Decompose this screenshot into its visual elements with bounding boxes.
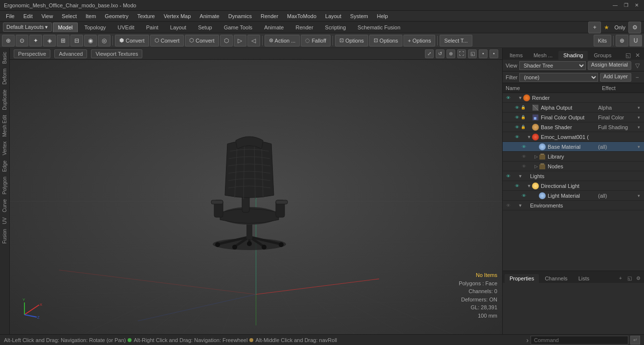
sidebar-item-deform[interactable]: Deform: [1, 67, 8, 87]
menu-geometry[interactable]: Geometry: [101, 12, 132, 20]
sidebar-item-vertex[interactable]: Vertex: [1, 139, 8, 157]
mode-icon-3[interactable]: ◁: [247, 35, 260, 46]
sidebar-item-duplicate[interactable]: Duplicate: [1, 88, 8, 112]
expand-lights[interactable]: ▼: [517, 173, 523, 180]
rpanel-icon-expand[interactable]: ◱: [623, 51, 632, 60]
tree-item-base-material[interactable]: 👁 Base Material (all) ▾: [503, 142, 644, 152]
eye-icon-base-shader[interactable]: 👁: [513, 124, 520, 131]
light-material-arrow[interactable]: ▾: [635, 192, 642, 199]
eye-icon-environments[interactable]: 👁: [505, 202, 511, 209]
filter-dropdown[interactable]: (none): [519, 73, 598, 82]
nav-icon-expand[interactable]: ⤢: [425, 49, 434, 58]
menu-select[interactable]: Select: [58, 12, 81, 20]
final-color-arrow[interactable]: ▾: [635, 114, 642, 121]
eye-icon-light-material[interactable]: 👁: [520, 192, 527, 199]
eye-icon-base-material[interactable]: 👁: [520, 143, 527, 150]
expand-emoc[interactable]: ▼: [526, 134, 532, 140]
bpanel-tab-properties[interactable]: Properties: [505, 274, 539, 283]
nav-icon-dot2[interactable]: •: [489, 49, 498, 58]
rpanel-tab-mesh[interactable]: Mesh ...: [529, 51, 557, 60]
tree-item-directional-light[interactable]: 👁 ▼ Directional Light: [503, 181, 644, 191]
kits-button[interactable]: Kits: [594, 35, 611, 46]
layout-tab-setup[interactable]: Setup: [193, 23, 218, 32]
tool-icon-8[interactable]: ◎: [98, 35, 111, 46]
settings-icon[interactable]: ⚙: [628, 22, 641, 33]
menu-help[interactable]: Help: [373, 12, 392, 20]
menu-vertex-map[interactable]: Vertex Map: [160, 12, 195, 20]
tree-item-environments[interactable]: 👁 ▼ Environments: [503, 201, 644, 210]
sidebar-item-basic[interactable]: Basic: [1, 50, 8, 66]
options-button-2[interactable]: ⊡ Options: [369, 35, 402, 46]
bpanel-tab-channels[interactable]: Channels: [540, 274, 572, 283]
layout-tab-schematic[interactable]: Schematic Fusion: [352, 23, 405, 32]
sidebar-item-mesh-edit[interactable]: Mesh Edit: [1, 113, 8, 138]
assign-material-button[interactable]: Assign Material: [588, 61, 631, 70]
unreal-icon[interactable]: U: [629, 35, 642, 46]
sidebar-item-polygon[interactable]: Polygon: [1, 175, 8, 196]
layout-tab-topology[interactable]: Topology: [79, 23, 111, 32]
viewport-canvas[interactable]: No Items Polygons : Face Channels: 0 Def…: [10, 60, 502, 334]
rpanel-tab-items[interactable]: Items: [505, 51, 528, 60]
tree-item-base-shader[interactable]: 👁 🔒 Base Shader Full Shading ▾: [503, 122, 644, 132]
viewport-textures-button[interactable]: Viewport Textures: [91, 49, 142, 58]
advanced-button[interactable]: Advanced: [54, 49, 87, 58]
bpanel-add-icon[interactable]: +: [617, 274, 624, 282]
expand-light-material[interactable]: [533, 192, 539, 199]
bpanel-settings-icon[interactable]: ⚙: [634, 274, 642, 282]
falloff-button[interactable]: ◌ Falloff: [301, 35, 331, 46]
menu-layout[interactable]: Layout: [321, 12, 345, 20]
bpanel-split-icon[interactable]: ◱: [625, 274, 633, 282]
nav-icon-rotate[interactable]: ↺: [436, 49, 444, 58]
add-layout-button[interactable]: +: [588, 22, 601, 33]
perspective-button[interactable]: Perspective: [14, 49, 50, 58]
convert-button-2[interactable]: ⬡ Convert: [150, 35, 184, 46]
alpha-arrow[interactable]: ▾: [635, 104, 642, 111]
tree-item-library[interactable]: 👁 ▷ Library: [503, 152, 644, 161]
tree-item-light-material[interactable]: 👁 Light Material (all) ▾: [503, 191, 644, 201]
nav-icon-dot1[interactable]: •: [479, 49, 488, 58]
tree-item-emoc[interactable]: 👁 ▼ Emoc_Lowmat001 (: [503, 132, 644, 142]
tool-icon-2[interactable]: ⊙: [16, 35, 28, 46]
expand-nodes[interactable]: ▷: [533, 163, 539, 170]
tree-item-alpha-output[interactable]: 👁 🔒 Alpha Output Alpha ▾: [503, 103, 644, 113]
mode-icon-2[interactable]: ▷: [234, 35, 246, 46]
nav-icon-split[interactable]: ◱: [468, 49, 477, 58]
minimize-button[interactable]: —: [612, 2, 619, 9]
tool-icon-3[interactable]: ✦: [29, 35, 42, 46]
tool-icon-5[interactable]: ⊞: [57, 35, 69, 46]
filter-icon[interactable]: ▽: [633, 62, 641, 69]
convert-button-3[interactable]: ⬡ Convert: [185, 35, 219, 46]
eye-icon-final-color[interactable]: 👁: [513, 114, 520, 121]
expand-base-shader[interactable]: [526, 124, 532, 131]
menu-animate[interactable]: Animate: [196, 12, 223, 20]
layout-tab-scripting[interactable]: Scripting: [320, 23, 352, 32]
expand-alpha[interactable]: [526, 104, 532, 111]
rpanel-tab-groups[interactable]: Groups: [589, 51, 616, 60]
expand-base-material[interactable]: [533, 143, 539, 150]
tree-item-nodes[interactable]: 👁 ▷ Nodes: [503, 161, 644, 171]
bpanel-tab-lists[interactable]: Lists: [574, 274, 595, 283]
mode-icon[interactable]: ⬡: [220, 35, 233, 46]
expand-dir-light[interactable]: ▼: [526, 183, 532, 189]
command-arrow[interactable]: ›: [526, 336, 529, 344]
action-button[interactable]: ⊛ Action ...: [265, 35, 300, 46]
expand-environments[interactable]: ▼: [517, 202, 523, 209]
tool-icon-4[interactable]: ◈: [43, 35, 56, 46]
layout-tab-paint[interactable]: Paint: [141, 23, 164, 32]
menu-file[interactable]: File: [2, 12, 19, 20]
eye-icon-alpha[interactable]: 👁: [513, 104, 520, 111]
options-button-3[interactable]: + Options: [403, 35, 435, 46]
command-input[interactable]: [531, 336, 628, 345]
nav-icon-add[interactable]: ⊕: [446, 49, 455, 58]
tree-item-final-color[interactable]: 👁 🔒 ◼ Final Color Output Final Color ▾: [503, 113, 644, 122]
sidebar-item-fusion[interactable]: Fusion: [1, 227, 8, 246]
select-t-button[interactable]: Select T...: [440, 35, 472, 46]
rpanel-icon-close[interactable]: ✕: [633, 51, 642, 60]
close-button[interactable]: ✕: [633, 2, 640, 9]
tree-item-render[interactable]: 👁 ▼ Render: [503, 93, 644, 103]
maximize-button[interactable]: ❐: [622, 2, 629, 9]
tool-icon-7[interactable]: ◉: [84, 35, 97, 46]
menu-maxtomodo[interactable]: MaxToModo: [283, 12, 320, 20]
tool-icon-1[interactable]: ⊕: [2, 35, 15, 46]
add-layer-button[interactable]: Add Layer: [600, 73, 631, 82]
